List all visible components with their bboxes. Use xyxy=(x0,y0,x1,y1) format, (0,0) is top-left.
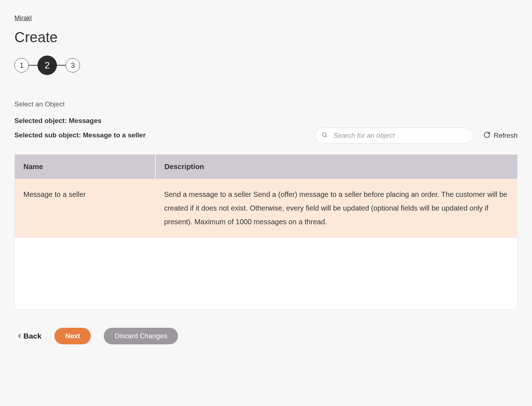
next-button[interactable]: Next xyxy=(54,328,91,344)
select-object-label: Select an Object xyxy=(14,100,518,108)
svg-point-0 xyxy=(322,133,326,137)
object-table: Name Description Message to a seller Sen… xyxy=(14,154,518,238)
chevron-left-icon xyxy=(18,332,21,340)
search-wrapper xyxy=(315,128,473,144)
breadcrumb: Mirakl xyxy=(14,14,518,22)
page-title: Create xyxy=(14,29,518,45)
step-2[interactable]: 2 xyxy=(37,56,57,75)
step-1[interactable]: 1 xyxy=(14,58,29,72)
refresh-button[interactable]: Refresh xyxy=(483,131,518,140)
refresh-icon xyxy=(483,131,491,140)
refresh-label: Refresh xyxy=(493,132,518,140)
back-label: Back xyxy=(23,332,41,340)
breadcrumb-link-mirakl[interactable]: Mirakl xyxy=(14,14,32,22)
stepper: 1 2 3 xyxy=(14,56,518,75)
search-input[interactable] xyxy=(315,128,473,144)
table-cell-name: Message to a seller xyxy=(15,179,156,238)
selected-object: Selected object: Messages xyxy=(14,117,518,125)
discard-changes-button[interactable]: Discard Changes xyxy=(104,328,178,344)
table-header-name: Name xyxy=(15,155,156,179)
step-connector xyxy=(29,65,37,66)
step-3[interactable]: 3 xyxy=(66,58,80,72)
svg-line-1 xyxy=(326,136,327,137)
back-button[interactable]: Back xyxy=(18,332,41,340)
footer-buttons: Back Next Discard Changes xyxy=(14,328,518,344)
table-row[interactable]: Message to a seller Send a message to a … xyxy=(15,179,518,238)
table-header-description: Description xyxy=(155,155,517,179)
step-connector xyxy=(57,65,66,66)
table-empty-space xyxy=(14,238,518,310)
search-icon xyxy=(321,132,328,140)
table-cell-description: Send a message to a seller Send a (offer… xyxy=(155,179,517,238)
